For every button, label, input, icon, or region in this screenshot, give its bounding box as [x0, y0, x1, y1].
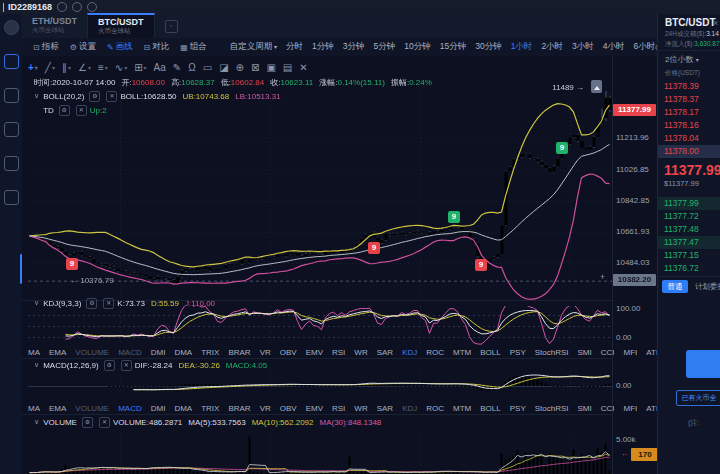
kdj-collapse-icon[interactable]: ∨	[34, 299, 39, 307]
ask-row[interactable]: 11378.16	[658, 119, 720, 132]
avatar[interactable]	[4, 20, 19, 35]
indicator-tab-macd[interactable]: MACD	[118, 348, 142, 357]
indicator-tab-trix[interactable]: TRIX	[201, 404, 219, 413]
snapshot-thumb-icon[interactable]	[591, 80, 602, 93]
rail-list-icon[interactable]	[4, 122, 19, 137]
indicator-tab-dmi[interactable]: DMI	[151, 404, 166, 413]
decimals-select[interactable]: 2位小数 ▾	[665, 54, 699, 65]
volume-settings-icon[interactable]: ⚙	[82, 417, 93, 428]
ask-row[interactable]: 11378.04	[658, 132, 720, 145]
indicator-tab-mtm[interactable]: MTM	[453, 404, 471, 413]
rail-trade-icon[interactable]	[4, 88, 19, 103]
tab-btc-usdt[interactable]: BTC/USDT 火币全球站	[87, 13, 155, 38]
settings-circle-icon[interactable]	[72, 2, 82, 12]
ask-row[interactable]: 11378.39	[658, 80, 720, 93]
indicator-tab-kdj[interactable]: KDJ	[402, 404, 417, 413]
rail-news-icon[interactable]	[4, 190, 19, 205]
tool-设置[interactable]: ⚙设置	[70, 41, 96, 53]
indicator-tab-stochrsi[interactable]: StochRSI	[535, 404, 569, 413]
angle-icon[interactable]: ∠▾	[78, 62, 91, 73]
indicator-tab-sar[interactable]: SAR	[377, 348, 393, 357]
macd-settings-icon[interactable]: ⚙	[104, 360, 115, 371]
horizontal-line-icon[interactable]: ≡▾	[98, 62, 108, 73]
volume-close-icon[interactable]: ✕	[99, 417, 110, 428]
indicator-tab-ma[interactable]: MA	[28, 348, 40, 357]
kdj-close-icon[interactable]: ✕	[103, 298, 114, 309]
kdj-canvas[interactable]	[28, 306, 612, 346]
indicator-tab-brar[interactable]: BRAR	[228, 404, 250, 413]
indicator-tab-stochrsi[interactable]: StochRSI	[535, 348, 569, 357]
indicator-tab-emv[interactable]: EMV	[306, 348, 323, 357]
ask-row[interactable]: 11378.37	[658, 93, 720, 106]
collapse-icon[interactable]: ∨	[34, 92, 39, 100]
crosshair-icon[interactable]: +▾	[28, 62, 38, 73]
indicator-tab-ma[interactable]: MA	[28, 404, 40, 413]
period-自定义周期[interactable]: 自定义周期 ▾	[230, 41, 277, 53]
period-30分钟[interactable]: 30分钟	[475, 41, 501, 53]
period-2小时[interactable]: 2小时	[541, 41, 563, 53]
indicator-tab-dma[interactable]: DMA	[174, 404, 192, 413]
indicator-tab-boll[interactable]: BOLL	[480, 348, 500, 357]
macd-canvas[interactable]	[28, 370, 612, 398]
lock-icon[interactable]: ⊠	[251, 62, 259, 73]
copy-icon[interactable]: ▣	[266, 62, 275, 73]
macd-collapse-icon[interactable]: ∨	[34, 361, 39, 369]
indicator-tab-boll[interactable]: BOLL	[480, 404, 500, 413]
delete-icon[interactable]: ✕	[299, 62, 307, 73]
indicator-tab-sar[interactable]: SAR	[377, 404, 393, 413]
eraser-icon[interactable]: ◪	[219, 62, 228, 73]
indicator-tab-psy[interactable]: PSY	[510, 404, 526, 413]
period-3分钟[interactable]: 3分钟	[343, 41, 365, 53]
macd-close-icon[interactable]: ✕	[121, 360, 132, 371]
indicator-tab-trix[interactable]: TRIX	[201, 348, 219, 357]
period-4小时[interactable]: 4小时	[603, 41, 625, 53]
wave-icon[interactable]: ∿▾	[115, 62, 127, 73]
period-1小时[interactable]: 1小时	[511, 41, 533, 53]
period-分时[interactable]: 分时	[286, 41, 303, 53]
parallel-lines-icon[interactable]: ∥▾	[62, 62, 71, 73]
period-3小时[interactable]: 3小时	[572, 41, 594, 53]
bid-row[interactable]: 11376.72	[658, 262, 720, 275]
indicator-tab-brar[interactable]: BRAR	[228, 348, 250, 357]
ruler-icon[interactable]: ▭	[203, 62, 212, 73]
indicator-tab-ema[interactable]: EMA	[49, 404, 66, 413]
volume-collapse-icon[interactable]: ∨	[34, 418, 39, 426]
bid-row[interactable]: 11377.48	[658, 223, 720, 236]
tool-画线[interactable]: ✎画线	[107, 41, 133, 53]
indicator-tab-ema[interactable]: EMA	[49, 348, 66, 357]
bid-row[interactable]: 11377.15	[658, 249, 720, 262]
indicator-tab-vr[interactable]: VR	[260, 404, 271, 413]
bid-row[interactable]: 11377.99	[658, 197, 720, 210]
td-close-icon[interactable]: ✕	[76, 105, 87, 116]
indicator-tab-psy[interactable]: PSY	[510, 348, 526, 357]
indicator-tab-mfi[interactable]: MFI	[624, 348, 638, 357]
bid-row[interactable]: 11377.47	[658, 236, 720, 249]
clock-icon[interactable]	[87, 2, 97, 12]
indicator-tab-cci[interactable]: CCI	[601, 404, 615, 413]
boll-close-icon[interactable]: ✕	[106, 91, 117, 102]
indicator-tab-wr[interactable]: WR	[354, 348, 367, 357]
boll-settings-icon[interactable]: ⚙	[89, 91, 100, 102]
indicator-tab-roc[interactable]: ROC	[426, 348, 444, 357]
indicator-tab-rsi[interactable]: RSI	[332, 348, 345, 357]
trendline-icon[interactable]: ╱▾	[45, 62, 55, 73]
indicator-tab-wr[interactable]: WR	[354, 404, 367, 413]
period-10分钟[interactable]: 10分钟	[404, 41, 430, 53]
tab-eth-usdt[interactable]: ETH/USDT 火币全球站	[22, 14, 87, 38]
main-chart-canvas[interactable]	[28, 85, 612, 300]
indicator-tab-obv[interactable]: OBV	[280, 404, 297, 413]
indicator-tab-obv[interactable]: OBV	[280, 348, 297, 357]
indicator-tab-dma[interactable]: DMA	[174, 348, 192, 357]
kdj-settings-icon[interactable]: ⚙	[86, 298, 97, 309]
indicator-tab-smi[interactable]: SMI	[578, 404, 592, 413]
support-icon[interactable]	[57, 2, 67, 12]
indicator-tab-cci[interactable]: CCI	[601, 348, 615, 357]
tool-指标[interactable]: ⊡指标	[33, 41, 59, 53]
volume-canvas[interactable]	[28, 428, 612, 474]
indicator-tab-volume[interactable]: VOLUME	[75, 404, 109, 413]
magnet-icon[interactable]: Ω	[188, 62, 195, 73]
tool-组合[interactable]: ▦组合	[180, 41, 207, 53]
td-settings-icon[interactable]: ⚙	[59, 105, 70, 116]
order-tab-plan[interactable]: 计划委托	[695, 282, 720, 292]
buy-button[interactable]	[686, 350, 720, 378]
